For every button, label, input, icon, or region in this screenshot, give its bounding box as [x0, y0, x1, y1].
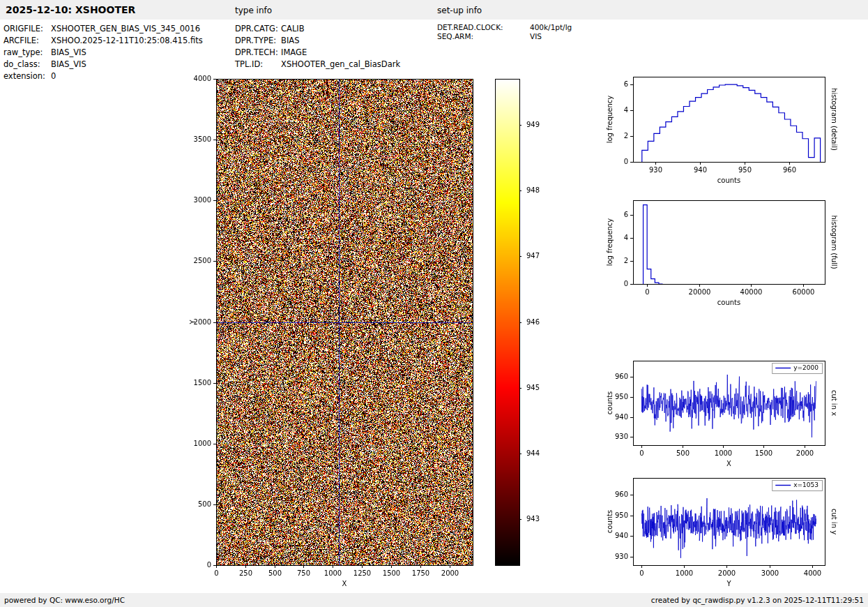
info-row-dprcatg: DPR.CATG: CALIB [235, 23, 400, 35]
info-label: DPR.TECH: [235, 47, 281, 59]
bias-image-plot [174, 70, 481, 593]
info-label: SEQ.ARM: [437, 32, 530, 41]
info-value: BIAS_VIS [51, 47, 86, 59]
page-title: 2025-12-10: XSHOOTER [6, 4, 135, 15]
info-value: XSHOOTER_gen_cal_BiasDark [281, 59, 400, 70]
info-label: do_class: [3, 59, 51, 70]
histogram-full-plot [600, 194, 851, 320]
info-label: DET.READ.CLOCK: [437, 23, 530, 32]
info-value: BIAS_VIS [51, 59, 86, 70]
info-row-dprtype: DPR.TYPE: BIAS [235, 35, 400, 47]
info-label: TPL.ID: [235, 59, 281, 70]
cut-in-y-plot [600, 468, 851, 593]
info-value: XSHOOTER_GEN_BIAS_VIS_345_0016 [51, 23, 200, 35]
info-row-arcfile: ARCFILE: XSHOO.2025-12-11T10:25:08.415.f… [3, 35, 203, 47]
type-info-heading: type info [235, 6, 272, 15]
info-row-tplid: TPL.ID: XSHOOTER_gen_cal_BiasDark [235, 59, 400, 70]
type-info-panel: DPR.CATG: CALIB DPR.TYPE: BIAS DPR.TECH:… [235, 23, 400, 70]
info-value: 0 [51, 70, 56, 82]
footer-right-text: created by qc_rawdisp.py v1.2.3 on 2025-… [651, 596, 864, 604]
info-value: BIAS [281, 35, 299, 47]
info-label: DPR.TYPE: [235, 35, 281, 47]
info-row-seqarm: SEQ.ARM: VIS [437, 32, 572, 41]
cut-in-x-plot [600, 351, 851, 478]
info-label: ORIGFILE: [3, 23, 51, 35]
histogram-detail-plot [600, 68, 851, 194]
header-bar: 2025-12-10: XSHOOTER type info set-up in… [0, 0, 868, 20]
info-label: ARCFILE: [3, 35, 51, 47]
info-label: raw_type: [3, 47, 51, 59]
file-info-panel: ORIGFILE: XSHOOTER_GEN_BIAS_VIS_345_0016… [3, 23, 203, 82]
info-value: 400k/1pt/lg [530, 23, 572, 32]
info-value: CALIB [281, 23, 305, 35]
footer-bar: powered by QC: www.eso.org/HC created by… [0, 593, 868, 607]
info-value: IMAGE [281, 47, 307, 59]
info-value: XSHOO.2025-12-11T10:25:08.415.fits [51, 35, 203, 47]
info-row-readclock: DET.READ.CLOCK: 400k/1pt/lg [437, 23, 572, 32]
setup-info-heading: set-up info [437, 6, 482, 15]
info-row-doclass: do_class: BIAS_VIS [3, 59, 203, 70]
info-value: VIS [530, 32, 542, 41]
info-label: extension: [3, 70, 51, 82]
setup-info-panel: DET.READ.CLOCK: 400k/1pt/lg SEQ.ARM: VIS [437, 23, 572, 41]
info-row-rawtype: raw_type: BIAS_VIS [3, 47, 203, 59]
info-row-origfile: ORIGFILE: XSHOOTER_GEN_BIAS_VIS_345_0016 [3, 23, 203, 35]
info-row-dprtech: DPR.TECH: IMAGE [235, 47, 400, 59]
info-row-extension: extension: 0 [3, 70, 203, 82]
info-label: DPR.CATG: [235, 23, 281, 35]
colorbar [488, 70, 551, 593]
footer-left-text: powered by QC: www.eso.org/HC [4, 596, 125, 604]
